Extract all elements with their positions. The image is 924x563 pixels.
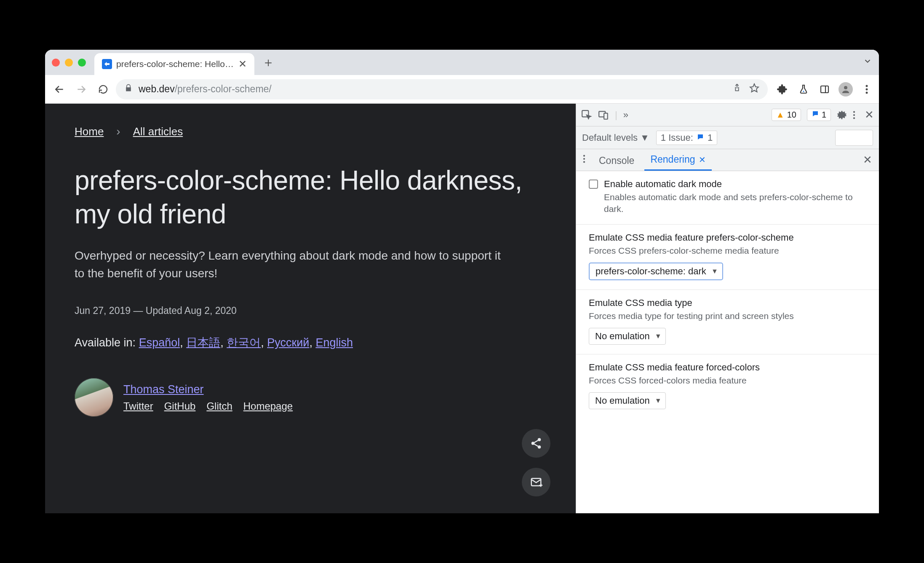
devtools-panel: | » ▲ 10 1 ✕ [576, 104, 879, 513]
author-link[interactable]: Homepage [243, 400, 293, 412]
page-title: prefers-color-scheme: Hello darkness, my… [75, 164, 546, 231]
media-type-select[interactable]: No emulation ▼ [589, 328, 666, 345]
page-meta: Jun 27, 2019 — Updated Aug 2, 2020 [75, 305, 546, 316]
section-prefers-color-scheme: Emulate CSS media feature prefers-color-… [576, 225, 879, 290]
devtools-menu-icon[interactable] [853, 110, 855, 120]
tab-close-button[interactable]: ✕ [238, 58, 247, 70]
devtools-toolbar: | » ▲ 10 1 ✕ [576, 104, 879, 126]
drawer-close-icon[interactable]: ✕ [863, 153, 876, 166]
close-window-button[interactable] [52, 59, 60, 67]
reload-button[interactable] [94, 80, 112, 99]
warnings-badge[interactable]: ▲ 10 [772, 109, 801, 121]
svg-marker-2 [750, 84, 758, 92]
author-link[interactable]: Twitter [123, 400, 153, 412]
tab-rendering[interactable]: Rendering ✕ [644, 150, 711, 171]
inspect-icon[interactable] [581, 110, 592, 121]
tab-close-icon[interactable]: ✕ [699, 155, 706, 165]
author-name[interactable]: Thomas Steiner [123, 383, 204, 396]
content-area: Home › All articles prefers-color-scheme… [45, 104, 879, 513]
web-page: Home › All articles prefers-color-scheme… [45, 104, 576, 513]
forced-colors-title: Emulate CSS media feature forced-colors [589, 361, 866, 374]
message-icon [697, 132, 704, 143]
svg-point-21 [853, 117, 855, 119]
author-link[interactable]: Glitch [206, 400, 232, 412]
browser-tab[interactable]: prefers-color-scheme: Hello da ✕ [94, 53, 254, 75]
fab-column [522, 429, 550, 496]
section-forced-colors: Emulate CSS media feature forced-colors … [576, 354, 879, 418]
tab-console[interactable]: Console [593, 151, 640, 171]
media-type-title: Emulate CSS media type [589, 297, 866, 309]
svg-point-12 [538, 445, 541, 449]
lang-link[interactable]: 日本語 [186, 336, 220, 349]
rendering-pane: Enable automatic dark mode Enables autom… [576, 171, 879, 513]
svg-point-7 [866, 85, 868, 87]
lang-link[interactable]: Русский [267, 336, 309, 349]
message-icon [812, 110, 819, 120]
warnings-count: 10 [787, 110, 796, 120]
labs-icon[interactable] [796, 82, 811, 97]
svg-point-10 [538, 438, 541, 442]
svg-point-3 [803, 91, 804, 92]
share-fab[interactable] [522, 429, 550, 458]
browser-menu-button[interactable] [860, 82, 874, 97]
author-links: Twitter GitHub Glitch Homepage [123, 400, 293, 412]
auto-dark-desc: Enables automatic dark mode and sets pre… [604, 191, 866, 215]
svg-point-11 [531, 442, 535, 445]
extensions-icon[interactable] [775, 82, 790, 97]
svg-point-22 [583, 155, 585, 157]
svg-point-23 [583, 158, 585, 160]
device-toggle-icon[interactable] [598, 110, 609, 121]
favicon-icon [102, 59, 112, 69]
filter-input[interactable] [835, 130, 873, 146]
console-filter-bar: Default levels ▼ 1 Issue: 1 [576, 126, 879, 149]
lang-link[interactable]: English [315, 336, 353, 349]
auto-dark-title: Enable automatic dark mode [604, 178, 866, 190]
caret-down-icon: ▼ [640, 132, 649, 143]
profile-avatar[interactable] [839, 82, 853, 97]
forced-colors-select[interactable]: No emulation ▼ [589, 392, 666, 409]
browser-window: prefers-color-scheme: Hello da ✕ ＋ web.d… [45, 50, 879, 513]
author-link[interactable]: GitHub [164, 400, 196, 412]
log-levels-select[interactable]: Default levels ▼ [582, 132, 649, 143]
forced-colors-desc: Forces CSS forced-colors media feature [589, 375, 866, 386]
breadcrumb: Home › All articles [75, 125, 546, 138]
devtools-close-button[interactable]: ✕ [865, 108, 874, 121]
url-field[interactable]: web.dev/prefers-color-scheme/ [116, 79, 768, 99]
tab-strip: prefers-color-scheme: Hello da ✕ ＋ [45, 50, 879, 75]
languages-row: Available in: Español, 日本語, 한국어, Русский… [75, 335, 546, 350]
subscribe-fab[interactable] [522, 468, 550, 496]
new-tab-button[interactable]: ＋ [262, 54, 275, 71]
page-subtitle: Overhyped or necessity? Learn everything… [75, 247, 504, 282]
available-in-label: Available in: [75, 336, 136, 349]
chevron-right-icon: › [116, 125, 120, 138]
lang-link[interactable]: Español [139, 336, 180, 349]
forward-button[interactable] [72, 80, 91, 99]
svg-point-24 [583, 161, 585, 163]
svg-point-19 [853, 111, 855, 113]
breadcrumb-home[interactable]: Home [75, 125, 104, 138]
zoom-window-button[interactable] [78, 59, 86, 67]
url-host: web.dev [139, 83, 175, 94]
back-button[interactable] [50, 80, 69, 99]
author-block: Thomas Steiner Twitter GitHub Glitch Hom… [75, 378, 546, 417]
svg-point-6 [844, 86, 847, 89]
tab-overflow-button[interactable] [863, 56, 872, 68]
caret-down-icon: ▼ [655, 397, 662, 405]
warning-icon: ▲ [776, 110, 785, 120]
drawer-menu-icon[interactable] [580, 153, 589, 166]
tab-title: prefers-color-scheme: Hello da [116, 59, 234, 69]
auto-dark-checkbox[interactable] [589, 180, 598, 189]
bookmark-icon[interactable] [749, 83, 759, 96]
minimize-window-button[interactable] [65, 59, 73, 67]
svg-rect-4 [821, 86, 828, 93]
settings-icon[interactable] [837, 110, 847, 120]
prefers-scheme-title: Emulate CSS media feature prefers-color-… [589, 231, 866, 244]
messages-badge[interactable]: 1 [807, 109, 831, 121]
devtools-more-tabs[interactable]: » [623, 110, 628, 121]
prefers-scheme-select[interactable]: prefers-color-scheme: dark ▼ [589, 263, 723, 280]
lang-link[interactable]: 한국어 [227, 336, 261, 349]
issues-chip[interactable]: 1 Issue: 1 [656, 131, 717, 145]
share-icon[interactable] [732, 83, 742, 96]
sidepanel-icon[interactable] [817, 82, 832, 97]
breadcrumb-all-articles[interactable]: All articles [133, 125, 183, 138]
